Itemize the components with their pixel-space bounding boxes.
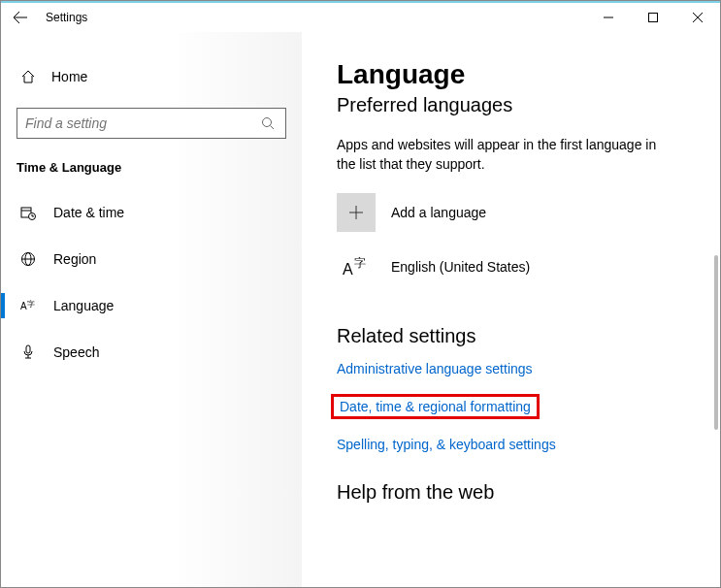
window-title: Settings bbox=[46, 11, 87, 24]
sidebar-item-speech[interactable]: Speech bbox=[1, 332, 302, 373]
minimize-icon bbox=[604, 13, 613, 22]
add-language-button[interactable]: Add a language bbox=[337, 193, 720, 232]
sidebar-item-label: Date & time bbox=[53, 205, 124, 220]
home-icon bbox=[18, 69, 38, 84]
microphone-icon bbox=[18, 344, 38, 360]
description-text: Apps and websites will appear in the fir… bbox=[337, 136, 667, 174]
sidebar-item-label: Speech bbox=[53, 344, 99, 360]
add-language-label: Add a language bbox=[391, 205, 486, 220]
main-content: Language Preferred languages Apps and we… bbox=[302, 32, 720, 587]
titlebar: Settings bbox=[1, 1, 720, 32]
language-glyph-icon: A字 bbox=[337, 247, 376, 286]
help-section: Help from the web bbox=[337, 481, 720, 504]
svg-rect-12 bbox=[26, 345, 30, 353]
close-icon bbox=[693, 13, 703, 22]
search-icon bbox=[258, 116, 278, 130]
svg-point-2 bbox=[263, 118, 272, 127]
minimize-button[interactable] bbox=[586, 3, 631, 32]
svg-rect-1 bbox=[649, 14, 658, 22]
related-settings: Related settings Administrative language… bbox=[337, 325, 720, 452]
svg-text:A: A bbox=[343, 261, 353, 278]
search-input[interactable] bbox=[25, 115, 258, 131]
sidebar-item-date-time[interactable]: Date & time bbox=[1, 192, 302, 233]
sidebar-item-language[interactable]: A字 Language bbox=[1, 285, 302, 326]
link-spelling-typing-keyboard[interactable]: Spelling, typing, & keyboard settings bbox=[337, 437, 556, 452]
link-date-time-regional[interactable]: Date, time & regional formatting bbox=[331, 394, 540, 419]
plus-icon-box bbox=[337, 193, 376, 232]
maximize-button[interactable] bbox=[631, 3, 675, 32]
window-controls bbox=[586, 3, 720, 32]
sidebar-item-label: Language bbox=[53, 298, 114, 313]
sidebar-group-label: Time & Language bbox=[1, 160, 302, 175]
svg-text:字: 字 bbox=[27, 300, 35, 309]
search-container bbox=[16, 108, 286, 139]
link-admin-language[interactable]: Administrative language settings bbox=[337, 361, 533, 376]
sidebar-item-label: Region bbox=[53, 251, 96, 267]
maximize-icon bbox=[648, 13, 658, 22]
plus-icon bbox=[348, 205, 364, 220]
sidebar: Home Time & Language Date & time Region … bbox=[1, 32, 302, 587]
language-item[interactable]: A字 English (United States) bbox=[337, 247, 720, 286]
svg-line-3 bbox=[271, 126, 275, 130]
svg-text:A: A bbox=[20, 301, 27, 311]
calendar-clock-icon bbox=[18, 205, 38, 220]
globe-icon bbox=[18, 251, 38, 267]
page-subtitle: Preferred languages bbox=[337, 94, 720, 116]
window-body: Home Time & Language Date & time Region … bbox=[1, 32, 720, 587]
close-button[interactable] bbox=[675, 3, 720, 32]
home-nav[interactable]: Home bbox=[1, 59, 302, 94]
search-box[interactable] bbox=[16, 108, 286, 139]
page-title: Language bbox=[337, 59, 720, 90]
sidebar-item-region[interactable]: Region bbox=[1, 239, 302, 279]
arrow-left-icon bbox=[13, 10, 28, 25]
back-button[interactable] bbox=[1, 4, 40, 31]
home-label: Home bbox=[51, 69, 87, 84]
related-title: Related settings bbox=[337, 325, 720, 347]
scrollbar-thumb[interactable] bbox=[714, 255, 718, 430]
settings-window: Settings Home Time & Language Date & tim… bbox=[0, 0, 721, 588]
language-name: English (United States) bbox=[391, 259, 530, 275]
language-icon: A字 bbox=[18, 298, 38, 313]
svg-text:字: 字 bbox=[354, 256, 366, 270]
help-title: Help from the web bbox=[337, 481, 720, 504]
